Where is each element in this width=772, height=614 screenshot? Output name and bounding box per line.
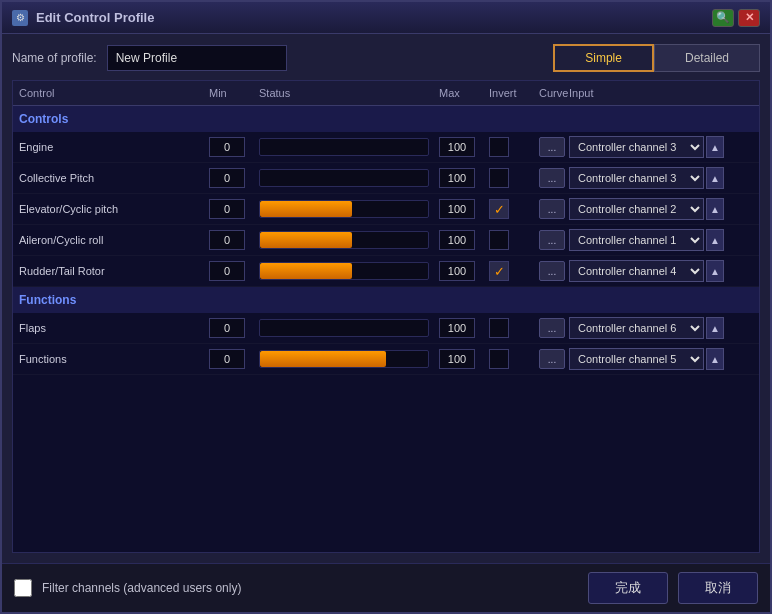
engine-max-input[interactable]	[439, 137, 475, 157]
functions-invert-checkbox[interactable]	[489, 349, 509, 369]
row-aileron-min	[209, 229, 259, 251]
cancel-button[interactable]: 取消	[678, 572, 758, 604]
content-area: Name of profile: Simple Detailed Control…	[2, 34, 770, 563]
rudder-channel-select[interactable]: Controller channel 4 Controller channel …	[569, 260, 704, 282]
collective-channel-select[interactable]: Controller channel 3 Controller channel …	[569, 167, 704, 189]
flaps-invert-checkbox[interactable]	[489, 318, 509, 338]
collective-invert-checkbox[interactable]	[489, 168, 509, 188]
window-icon: ⚙	[12, 10, 28, 26]
name-label: Name of profile:	[12, 51, 97, 65]
row-flaps-curve: ...	[539, 317, 569, 339]
row-engine-slider	[259, 137, 439, 157]
row-collective-name: Collective Pitch	[19, 171, 209, 185]
filter-channels-checkbox[interactable]	[14, 579, 32, 597]
flaps-channel-arrow[interactable]: ▲	[706, 317, 724, 339]
row-aileron-name: Aileron/Cyclic roll	[19, 233, 209, 247]
functions-channel-arrow[interactable]: ▲	[706, 348, 724, 370]
functions-curve-button[interactable]: ...	[539, 349, 565, 369]
engine-min-input[interactable]	[209, 137, 245, 157]
ok-button[interactable]: 完成	[588, 572, 668, 604]
table-row: Functions ... Controller	[13, 344, 759, 375]
row-collective-max	[439, 167, 489, 189]
elevator-curve-button[interactable]: ...	[539, 199, 565, 219]
row-aileron-channel: Controller channel 1 Controller channel …	[569, 228, 729, 252]
row-collective-min	[209, 167, 259, 189]
engine-channel-arrow[interactable]: ▲	[706, 136, 724, 158]
section-functions-label: Functions	[19, 291, 209, 309]
row-collective-slider	[259, 168, 439, 188]
collective-min-input[interactable]	[209, 168, 245, 188]
row-flaps-max	[439, 317, 489, 339]
row-engine-min	[209, 136, 259, 158]
functions-slider[interactable]	[259, 350, 429, 368]
collective-max-input[interactable]	[439, 168, 475, 188]
flaps-min-input[interactable]	[209, 318, 245, 338]
elevator-slider[interactable]	[259, 200, 429, 218]
rudder-curve-button[interactable]: ...	[539, 261, 565, 281]
section-controls-label: Controls	[19, 110, 209, 128]
aileron-slider[interactable]	[259, 231, 429, 249]
row-elevator-channel: Controller channel 2 Controller channel …	[569, 197, 729, 221]
rudder-min-input[interactable]	[209, 261, 245, 281]
search-button[interactable]: 🔍	[712, 9, 734, 27]
functions-channel-select[interactable]: Controller channel 5 Controller channel …	[569, 348, 704, 370]
name-row: Name of profile: Simple Detailed	[12, 44, 760, 72]
row-elevator-name: Elevator/Cyclic pitch	[19, 202, 209, 216]
row-functions-curve: ...	[539, 348, 569, 370]
bottom-bar: Filter channels (advanced users only) 完成…	[2, 563, 770, 612]
table-header: Control Min Status Max Invert Curve Inpu…	[13, 81, 759, 106]
row-engine-invert	[489, 136, 539, 158]
collective-slider[interactable]	[259, 169, 429, 187]
simple-mode-button[interactable]: Simple	[553, 44, 654, 72]
profile-name-input[interactable]	[107, 45, 287, 71]
section-controls: Controls	[13, 106, 759, 132]
flaps-channel-select[interactable]: Controller channel 6 Controller channel …	[569, 317, 704, 339]
aileron-min-input[interactable]	[209, 230, 245, 250]
table-row: Rudder/Tail Rotor ✓ ... Co	[13, 256, 759, 287]
flaps-max-input[interactable]	[439, 318, 475, 338]
elevator-channel-arrow[interactable]: ▲	[706, 198, 724, 220]
engine-curve-button[interactable]: ...	[539, 137, 565, 157]
elevator-max-input[interactable]	[439, 199, 475, 219]
aileron-max-input[interactable]	[439, 230, 475, 250]
elevator-channel-select[interactable]: Controller channel 2 Controller channel …	[569, 198, 704, 220]
aileron-invert-checkbox[interactable]	[489, 230, 509, 250]
functions-min-input[interactable]	[209, 349, 245, 369]
row-rudder-invert: ✓	[489, 260, 539, 282]
row-aileron-invert	[489, 229, 539, 251]
row-flaps-min	[209, 317, 259, 339]
row-elevator-min	[209, 198, 259, 220]
engine-slider[interactable]	[259, 138, 429, 156]
table-row: Collective Pitch ... Cont	[13, 163, 759, 194]
rudder-invert-checkbox[interactable]: ✓	[489, 261, 509, 281]
row-functions-invert	[489, 348, 539, 370]
detailed-mode-button[interactable]: Detailed	[654, 44, 760, 72]
aileron-channel-arrow[interactable]: ▲	[706, 229, 724, 251]
rudder-max-input[interactable]	[439, 261, 475, 281]
elevator-min-input[interactable]	[209, 199, 245, 219]
collective-channel-arrow[interactable]: ▲	[706, 167, 724, 189]
col-status: Status	[259, 85, 439, 101]
rudder-slider[interactable]	[259, 262, 429, 280]
aileron-channel-select[interactable]: Controller channel 1 Controller channel …	[569, 229, 704, 251]
rudder-channel-arrow[interactable]: ▲	[706, 260, 724, 282]
col-max: Max	[439, 85, 489, 101]
row-functions-min	[209, 348, 259, 370]
flaps-slider[interactable]	[259, 319, 429, 337]
aileron-curve-button[interactable]: ...	[539, 230, 565, 250]
engine-channel-select[interactable]: Controller channel 3 Controller channel …	[569, 136, 704, 158]
title-bar: ⚙ Edit Control Profile 🔍 ✕	[2, 2, 770, 34]
row-rudder-max	[439, 260, 489, 282]
functions-max-input[interactable]	[439, 349, 475, 369]
flaps-curve-button[interactable]: ...	[539, 318, 565, 338]
row-functions-max	[439, 348, 489, 370]
row-aileron-slider	[259, 230, 439, 250]
row-engine-name: Engine	[19, 140, 209, 154]
title-bar-left: ⚙ Edit Control Profile	[12, 10, 154, 26]
engine-invert-checkbox[interactable]	[489, 137, 509, 157]
close-button[interactable]: ✕	[738, 9, 760, 27]
row-elevator-curve: ...	[539, 198, 569, 220]
elevator-invert-checkbox[interactable]: ✓	[489, 199, 509, 219]
row-engine-max	[439, 136, 489, 158]
collective-curve-button[interactable]: ...	[539, 168, 565, 188]
